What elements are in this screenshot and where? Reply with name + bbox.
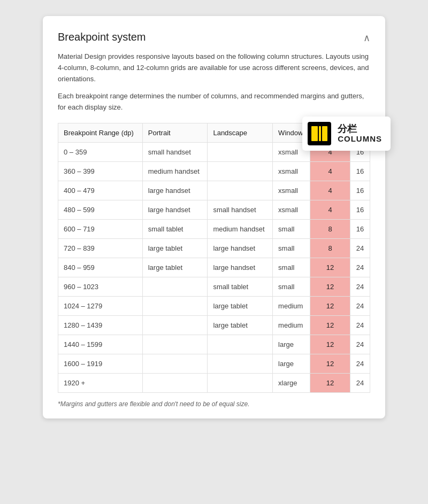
table-row: 1600 – 1919large1224 bbox=[58, 354, 370, 373]
card-description-1: Material Design provides responsive layo… bbox=[58, 51, 370, 84]
table-footnote: *Margins and gutters are flexible and do… bbox=[58, 400, 370, 408]
table-cell bbox=[142, 277, 208, 296]
table-cell: 720 – 839 bbox=[58, 238, 143, 258]
table-row: 720 – 839large tabletlarge handsetsmall8… bbox=[58, 238, 370, 258]
table-cell bbox=[142, 315, 208, 335]
table-cell: 16 bbox=[350, 200, 370, 219]
table-cell: 0 – 359 bbox=[58, 142, 143, 161]
table-cell: 1280 – 1439 bbox=[58, 315, 143, 335]
table-cell: small bbox=[273, 258, 310, 277]
table-cell: medium handset bbox=[208, 219, 273, 238]
card-title: Breakpoint system bbox=[58, 31, 146, 43]
table-row: 400 – 479large handsetxsmall416 bbox=[58, 181, 370, 200]
table-cell: 16 bbox=[350, 219, 370, 238]
table-cell: small bbox=[273, 219, 310, 238]
table-cell: 24 bbox=[350, 354, 370, 373]
table-cell: large handset bbox=[208, 258, 273, 277]
table-cell: 24 bbox=[350, 296, 370, 315]
table-cell: small tablet bbox=[208, 277, 273, 296]
table-cell: 1024 – 1279 bbox=[58, 296, 143, 315]
table-cell: large bbox=[273, 354, 310, 373]
table-cell: large handset bbox=[208, 238, 273, 258]
table-row: 1280 – 1439large tabletmedium1224 bbox=[58, 315, 370, 335]
table-cell bbox=[208, 161, 273, 181]
table-cell: 12 bbox=[310, 315, 350, 335]
table-cell: 24 bbox=[350, 277, 370, 296]
badge-en-text: COLUMNS bbox=[338, 135, 382, 144]
table-cell: large tablet bbox=[208, 315, 273, 335]
table-row: 960 – 1023small tabletsmall1224 bbox=[58, 277, 370, 296]
table-cell: 360 – 399 bbox=[58, 161, 143, 181]
table-cell: 1440 – 1599 bbox=[58, 335, 143, 354]
svg-rect-0 bbox=[311, 126, 318, 141]
table-cell: 24 bbox=[350, 373, 370, 392]
table-cell bbox=[208, 335, 273, 354]
table-cell: xsmall bbox=[273, 161, 310, 181]
table-cell: 8 bbox=[310, 219, 350, 238]
badge-zh-text: 分栏 bbox=[338, 124, 382, 135]
table-cell: 12 bbox=[310, 277, 350, 296]
table-cell: 1920 + bbox=[58, 373, 143, 392]
table-cell: 4 bbox=[310, 181, 350, 200]
table-cell: 16 bbox=[350, 181, 370, 200]
table-row: 1920 +xlarge1224 bbox=[58, 373, 370, 392]
table-row: 1440 – 1599large1224 bbox=[58, 335, 370, 354]
table-cell: 16 bbox=[350, 161, 370, 181]
table-cell: 4 bbox=[310, 200, 350, 219]
table-cell: 12 bbox=[310, 335, 350, 354]
table-cell bbox=[142, 354, 208, 373]
breakpoint-card: Breakpoint system ∧ Material Design prov… bbox=[43, 16, 385, 418]
table-cell: small handset bbox=[142, 142, 208, 161]
columns-svg-icon bbox=[310, 124, 329, 143]
table-cell: large tablet bbox=[208, 296, 273, 315]
table-cell: 840 – 959 bbox=[58, 258, 143, 277]
card-header: Breakpoint system ∧ bbox=[58, 31, 370, 44]
table-cell bbox=[208, 142, 273, 161]
table-cell: 12 bbox=[310, 373, 350, 392]
table-row: 840 – 959large tabletlarge handsetsmall1… bbox=[58, 258, 370, 277]
svg-rect-1 bbox=[319, 126, 321, 141]
table-cell: small bbox=[273, 277, 310, 296]
badge-text-group: 分栏 COLUMNS bbox=[338, 124, 382, 143]
table-cell: xlarge bbox=[273, 373, 310, 392]
col-header-range: Breakpoint Range (dp) bbox=[58, 123, 143, 142]
table-cell: medium bbox=[273, 296, 310, 315]
table-cell: small handset bbox=[208, 200, 273, 219]
table-cell: xsmall bbox=[273, 181, 310, 200]
table-row: 600 – 719small tabletmedium handsetsmall… bbox=[58, 219, 370, 238]
table-cell bbox=[142, 373, 208, 392]
svg-rect-2 bbox=[322, 126, 327, 141]
col-header-landscape: Landscape bbox=[208, 123, 273, 142]
table-cell: large handset bbox=[142, 181, 208, 200]
col-header-portrait: Portrait bbox=[142, 123, 208, 142]
table-cell: 24 bbox=[350, 315, 370, 335]
table-cell: large tablet bbox=[142, 258, 208, 277]
table-cell bbox=[142, 335, 208, 354]
table-cell: large handset bbox=[142, 200, 208, 219]
table-cell: 8 bbox=[310, 238, 350, 258]
collapse-icon[interactable]: ∧ bbox=[363, 32, 370, 44]
table-cell: 1600 – 1919 bbox=[58, 354, 143, 373]
table-cell: 24 bbox=[350, 238, 370, 258]
table-cell: 4 bbox=[310, 161, 350, 181]
table-cell bbox=[142, 296, 208, 315]
table-cell: small bbox=[273, 238, 310, 258]
table-cell: 24 bbox=[350, 335, 370, 354]
breakpoint-table: Breakpoint Range (dp) Portrait Landscape… bbox=[58, 123, 370, 393]
table-row: 480 – 599large handsetsmall handsetxsmal… bbox=[58, 200, 370, 219]
table-row: 1024 – 1279large tabletmedium1224 bbox=[58, 296, 370, 315]
table-cell bbox=[208, 354, 273, 373]
table-cell bbox=[208, 181, 273, 200]
table-cell: 12 bbox=[310, 258, 350, 277]
table-cell: 960 – 1023 bbox=[58, 277, 143, 296]
table-cell: 12 bbox=[310, 296, 350, 315]
table-cell: 24 bbox=[350, 258, 370, 277]
table-cell: large tablet bbox=[142, 238, 208, 258]
table-cell: 480 – 599 bbox=[58, 200, 143, 219]
table-cell: 400 – 479 bbox=[58, 181, 143, 200]
columns-icon bbox=[308, 122, 331, 145]
table-cell: large bbox=[273, 335, 310, 354]
table-cell bbox=[208, 373, 273, 392]
table-row: 360 – 399medium handsetxsmall416 bbox=[58, 161, 370, 181]
table-cell: medium bbox=[273, 315, 310, 335]
